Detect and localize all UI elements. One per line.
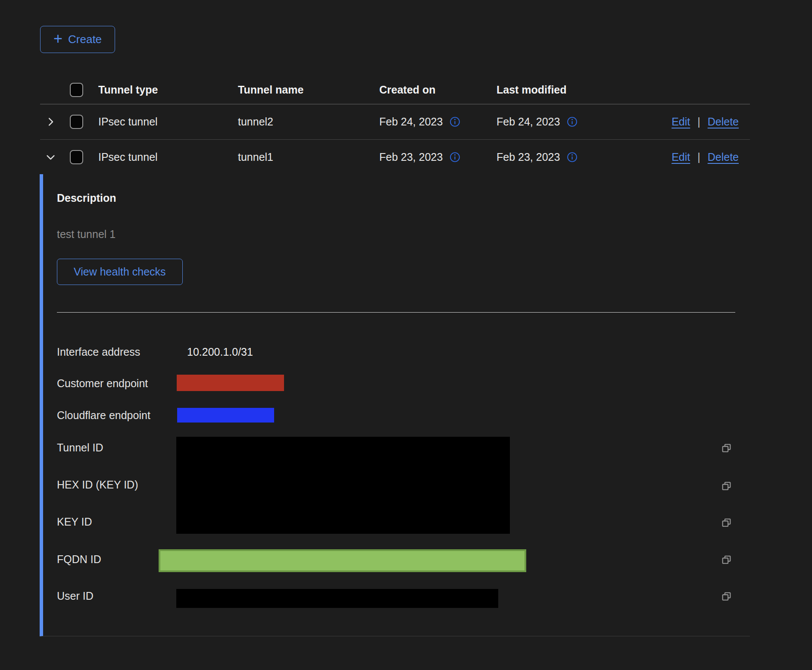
copy-user-id-button[interactable]	[721, 591, 732, 602]
create-tunnel-button[interactable]: + Create	[40, 26, 115, 53]
copy-icon	[721, 480, 732, 492]
table-header-row: Tunnel type Tunnel name Created on Last …	[40, 75, 750, 104]
detail-divider	[57, 312, 735, 313]
edit-link[interactable]: Edit	[671, 116, 690, 128]
interface-address-value: 10.200.1.0/31	[187, 346, 253, 358]
customer-endpoint-label: Customer endpoint	[57, 377, 148, 390]
delete-link[interactable]: Delete	[708, 151, 739, 163]
copy-key-id-button[interactable]	[721, 517, 732, 529]
column-header-created-on: Created on	[379, 84, 497, 96]
edit-link[interactable]: Edit	[671, 151, 690, 163]
link-separator: |	[697, 151, 700, 163]
chevron-right-icon[interactable]	[45, 116, 56, 128]
tunnel-ids-redacted-value	[176, 437, 510, 534]
column-header-tunnel-type: Tunnel type	[96, 84, 238, 96]
tunnel-type-cell: IPsec tunnel	[96, 116, 238, 128]
info-icon[interactable]	[450, 152, 460, 163]
row-checkbox[interactable]	[70, 115, 83, 129]
tunnel-name-cell: tunnel2	[238, 116, 379, 128]
chevron-down-icon[interactable]	[45, 151, 56, 163]
description-value: test tunnel 1	[57, 228, 116, 241]
select-all-checkbox[interactable]	[70, 83, 83, 97]
key-id-label: KEY ID	[57, 516, 92, 528]
cloudflare-endpoint-redacted-value	[177, 408, 274, 423]
copy-tunnel-id-button[interactable]	[721, 442, 732, 454]
table-row: IPsec tunnel tunnel2 Feb 24, 2023 Feb 24…	[40, 104, 750, 140]
tunnel-id-label: Tunnel ID	[57, 441, 103, 454]
tunnel-type-cell: IPsec tunnel	[96, 151, 238, 163]
copy-icon	[721, 517, 732, 529]
cloudflare-endpoint-label: Cloudflare endpoint	[57, 409, 150, 422]
interface-address-label: Interface address	[57, 346, 140, 358]
view-health-checks-label: View health checks	[74, 266, 166, 278]
column-header-tunnel-name: Tunnel name	[238, 84, 379, 96]
table-row: IPsec tunnel tunnel1 Feb 23, 2023 Feb 23…	[40, 140, 750, 175]
user-id-redacted-value	[176, 589, 498, 608]
last-modified-cell: Feb 23, 2023	[497, 151, 560, 163]
view-health-checks-button[interactable]: View health checks	[57, 259, 183, 285]
info-icon[interactable]	[567, 116, 578, 127]
copy-icon	[721, 554, 732, 566]
delete-link[interactable]: Delete	[708, 116, 739, 128]
created-on-cell: Feb 23, 2023	[379, 151, 443, 163]
customer-endpoint-redacted-value	[177, 375, 284, 391]
copy-hex-id-button[interactable]	[721, 480, 732, 492]
tunnel-detail-panel: Description test tunnel 1 View health ch…	[40, 174, 750, 636]
info-icon[interactable]	[567, 152, 578, 163]
description-heading: Description	[57, 192, 116, 204]
row-checkbox[interactable]	[70, 150, 83, 164]
hex-id-label: HEX ID (KEY ID)	[57, 479, 138, 491]
column-header-last-modified: Last modified	[497, 84, 616, 96]
user-id-label: User ID	[57, 590, 94, 602]
tunnel-name-cell: tunnel1	[238, 151, 379, 163]
last-modified-cell: Feb 24, 2023	[497, 116, 560, 128]
copy-fqdn-id-button[interactable]	[721, 554, 732, 566]
fqdn-id-redacted-value	[159, 549, 526, 572]
fqdn-id-label: FQDN ID	[57, 553, 101, 566]
created-on-cell: Feb 24, 2023	[379, 116, 443, 128]
info-icon[interactable]	[450, 116, 460, 127]
tunnels-table: Tunnel type Tunnel name Created on Last …	[40, 75, 750, 175]
link-separator: |	[697, 116, 700, 128]
copy-icon	[721, 591, 732, 602]
create-button-label: Create	[68, 33, 102, 46]
plus-icon: +	[53, 31, 62, 47]
copy-icon	[721, 442, 732, 454]
